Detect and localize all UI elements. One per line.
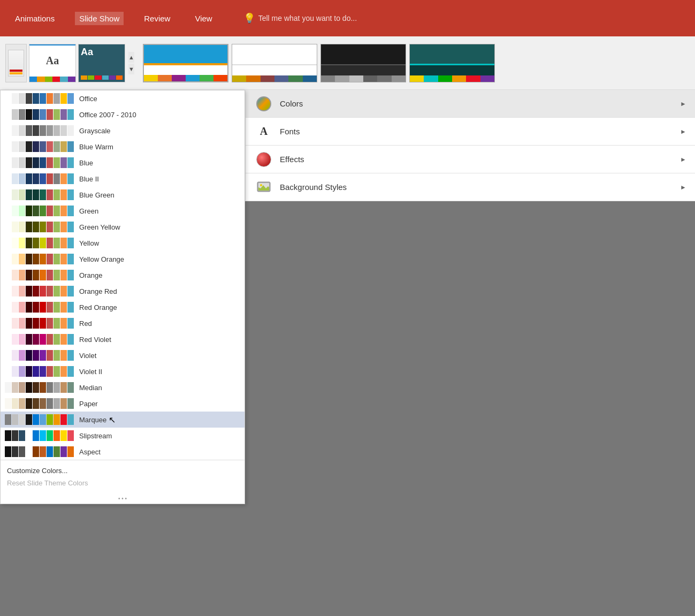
color-item[interactable]: Violet: [1, 347, 245, 363]
theme-thumb-1[interactable]: Aa: [29, 44, 76, 82]
swatch: [54, 254, 60, 264]
theme-thumb-small[interactable]: [5, 44, 27, 82]
swatch: [54, 222, 60, 232]
swatch: [40, 93, 46, 104]
color-item[interactable]: Orange Red: [1, 283, 245, 299]
color-item-name: Marquee: [79, 416, 106, 424]
swatch: [47, 125, 53, 136]
swatch: [67, 222, 74, 232]
swatch: [47, 446, 53, 457]
background-icon: [254, 178, 273, 197]
swatch: [67, 157, 74, 168]
swatch: [19, 446, 25, 457]
color-item[interactable]: Marquee↖: [1, 412, 245, 428]
swatch: [12, 254, 18, 264]
swatch: [47, 366, 53, 377]
color-item[interactable]: Red: [1, 315, 245, 331]
swatch: [26, 430, 32, 441]
swatch: [5, 125, 11, 136]
theme-thumb-2[interactable]: Aa: [78, 44, 125, 82]
swatch: [26, 334, 32, 345]
swatch: [67, 318, 74, 329]
swatch: [33, 382, 39, 393]
color-item[interactable]: Yellow Orange: [1, 251, 245, 267]
color-item-name: Blue: [79, 159, 93, 167]
theme-scroll-up[interactable]: ▲: [128, 52, 134, 63]
swatch: [12, 430, 18, 441]
color-item[interactable]: Slipstream: [1, 428, 245, 444]
tab-view[interactable]: View: [190, 12, 216, 25]
swatch: [19, 238, 25, 248]
swatch: [5, 189, 11, 200]
swatch: [67, 189, 74, 200]
swatch: [40, 206, 46, 216]
swatch: [26, 350, 32, 361]
search-box: 💡 Tell me what you want to do...: [243, 12, 357, 24]
color-item-name: Red: [79, 320, 92, 328]
theme-swatch-2[interactable]: [232, 44, 317, 82]
fonts-option[interactable]: A Fonts ►: [246, 118, 695, 146]
color-item[interactable]: Violet II: [1, 363, 245, 379]
color-item[interactable]: Blue: [1, 155, 245, 171]
color-item-name: Yellow: [79, 239, 99, 247]
color-item-name: Red Orange: [79, 303, 117, 311]
swatch: [5, 238, 11, 248]
swatch: [19, 125, 25, 136]
theme-scroll-down[interactable]: ▼: [128, 64, 134, 74]
swatch: [33, 398, 39, 409]
search-placeholder[interactable]: Tell me what you want to do...: [258, 14, 357, 22]
color-item[interactable]: Aspect: [1, 444, 245, 460]
color-item[interactable]: Red Violet: [1, 331, 245, 347]
swatch: [5, 109, 11, 120]
swatch: [12, 350, 18, 361]
tab-review[interactable]: Review: [140, 12, 174, 25]
swatch: [47, 189, 53, 200]
swatch: [47, 414, 53, 425]
swatch: [12, 157, 18, 168]
color-item[interactable]: Median: [1, 379, 245, 396]
color-item[interactable]: Red Orange: [1, 299, 245, 315]
color-item[interactable]: Green Yellow: [1, 219, 245, 235]
swatch: [33, 157, 39, 168]
swatch: [26, 206, 32, 216]
tab-animations[interactable]: Animations: [11, 12, 59, 25]
theme-swatch-3[interactable]: [320, 44, 406, 82]
colors-option[interactable]: Colors ►: [246, 90, 695, 118]
color-item[interactable]: Office 2007 - 2010: [1, 107, 245, 123]
background-option[interactable]: Background Styles ►: [246, 173, 695, 201]
color-item[interactable]: Office: [1, 90, 245, 107]
swatch: [26, 270, 32, 280]
swatch: [19, 109, 25, 120]
swatch: [33, 350, 39, 361]
swatch: [40, 238, 46, 248]
color-item-name: Violet: [79, 352, 96, 360]
theme-swatch-4[interactable]: [409, 44, 495, 82]
swatch: [33, 414, 39, 425]
tab-slideshow[interactable]: Slide Show: [75, 12, 124, 25]
color-item[interactable]: Green: [1, 203, 245, 219]
swatch: [54, 109, 60, 120]
swatch: [40, 286, 46, 296]
swatch: [12, 286, 18, 296]
swatch: [19, 334, 25, 345]
color-item[interactable]: Orange: [1, 267, 245, 283]
color-item[interactable]: Grayscale: [1, 123, 245, 139]
customize-colors-link[interactable]: Customize Colors...: [7, 465, 238, 477]
color-item[interactable]: Blue Warm: [1, 139, 245, 155]
swatch: [67, 125, 74, 136]
color-item[interactable]: Blue II: [1, 171, 245, 187]
theme-swatch-1[interactable]: [143, 44, 228, 82]
color-item[interactable]: Paper: [1, 396, 245, 412]
effects-option[interactable]: Effects ►: [246, 146, 695, 173]
color-item[interactable]: Yellow: [1, 235, 245, 251]
swatch: [26, 446, 32, 457]
reset-colors-link: Reset Slide Theme Colors: [7, 477, 238, 489]
color-swatches: [5, 173, 74, 184]
color-item[interactable]: Blue Green: [1, 187, 245, 203]
swatch: [5, 173, 11, 184]
effects-icon: [254, 150, 273, 169]
dropdown-footer: Customize Colors... Reset Slide Theme Co…: [1, 460, 245, 493]
swatch: [33, 254, 39, 264]
swatch: [60, 93, 67, 104]
swatch: [60, 334, 67, 345]
